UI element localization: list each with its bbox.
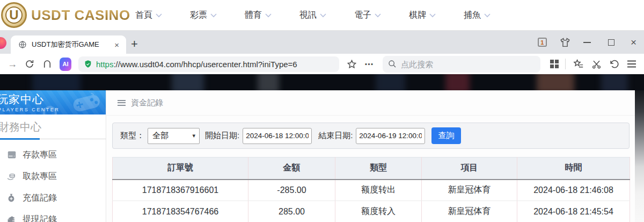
cell-amount: 285.00 — [248, 201, 335, 222]
cell-item: 新皇冠体育 — [422, 180, 517, 201]
nav-item-lottery[interactable]: 彩票 — [190, 10, 217, 21]
page-background-strip — [635, 90, 644, 222]
site-logo[interactable]: U USDT CASINO — [1, 2, 130, 28]
logo-letter: U — [5, 6, 23, 24]
section-underline — [0, 138, 106, 140]
maximize-icon[interactable] — [608, 39, 614, 46]
cell-time: 2024-06-18 21:46:08 — [517, 180, 630, 201]
refresh-icon[interactable] — [25, 59, 34, 69]
cell-item: 新皇冠体育 — [422, 201, 517, 222]
sidebar: 玩家中心 PLAYERS CENTER 財務中心 — [0, 90, 106, 222]
col-type: 類型 — [335, 157, 422, 180]
type-select[interactable]: 全部 ▾ — [148, 128, 200, 144]
home-icon[interactable] — [42, 59, 52, 69]
new-tab-icon[interactable]: + — [131, 37, 138, 52]
apps-grid-icon[interactable] — [550, 60, 559, 68]
browser-menu-icon[interactable] — [627, 60, 636, 68]
deposit-icon — [7, 151, 17, 159]
tab-close-icon[interactable]: × — [113, 40, 121, 49]
bookmark-star-icon[interactable] — [347, 59, 357, 69]
nav-item-slots[interactable]: 電子 — [354, 10, 381, 21]
chevron-down-icon — [265, 13, 272, 18]
security-shield-icon — [84, 60, 92, 68]
col-time: 時間 — [517, 157, 630, 180]
cell-order-number: 1718718367916601 — [113, 180, 248, 201]
start-date-input[interactable] — [243, 128, 312, 144]
window-close-icon[interactable]: × — [631, 37, 636, 47]
screenshot-scissors-icon[interactable] — [591, 59, 602, 69]
sidebar-item-withdraw[interactable]: 取款專區 — [0, 166, 106, 187]
screen: U USDT CASINO 首頁 彩票 體育 視訊 電子 — [0, 0, 644, 222]
url-text: https://www.usdt04.com/hhcp/usercenter.h… — [96, 60, 297, 69]
url-path: ://www.usdt04.com/hhcp/usercenter.html?i… — [113, 60, 297, 69]
chevron-down-icon: ▾ — [192, 132, 195, 139]
more-options-icon[interactable]: ⋯ — [364, 59, 373, 69]
query-button[interactable]: 查詢 — [431, 127, 461, 144]
cell-type: 额度转出 — [335, 180, 422, 201]
end-date-input[interactable] — [356, 128, 425, 144]
players-center-header: 玩家中心 PLAYERS CENTER — [0, 90, 106, 114]
address-url-field[interactable]: https://www.usdt04.com/hhcp/usercenter.h… — [78, 56, 339, 72]
nav-item-video[interactable]: 視訊 — [299, 10, 326, 21]
chevron-down-icon — [375, 13, 381, 18]
page-title: 資金記錄 — [131, 98, 163, 108]
sidebar-item-recharge-record[interactable]: 充值記錄 — [0, 187, 106, 209]
browser-tab-bar: USDT加密货币GAME × + 1 × — [0, 31, 644, 54]
nav-item-home[interactable]: 首頁 — [135, 10, 162, 21]
table-row: 1718718367916601 -285.00 额度转出 新皇冠体育 2024… — [113, 180, 630, 201]
nav-item-cards[interactable]: 棋牌 — [409, 10, 436, 21]
cell-type: 额度转入 — [335, 201, 422, 222]
table-row: 1718718354767466 285.00 额度转入 新皇冠体育 2024-… — [113, 201, 630, 222]
cell-time: 2024-06-18 21:45:54 — [517, 201, 630, 222]
usdt-logo-icon: U — [1, 2, 27, 28]
type-select-value: 全部 — [152, 131, 169, 141]
tab-count-badge[interactable]: 1 — [538, 38, 547, 47]
ai-assistant-button[interactable]: AI — [60, 58, 71, 71]
withdrawal-record-icon — [7, 216, 17, 222]
search-input[interactable] — [401, 60, 535, 69]
section-title: 財務中心 — [0, 120, 106, 134]
filter-panel: 類型： 全部 ▾ 開始日期: 結束日期: 查詢 — [112, 123, 630, 149]
cell-amount: -285.00 — [248, 180, 335, 201]
browser-address-bar: → AI https://www.usdt04.com/hhcp/usercen… — [0, 54, 644, 74]
chevron-down-icon — [156, 13, 162, 18]
col-order-number: 訂單號 — [113, 157, 248, 180]
sidebar-menu: 存款專區 取款專區 充值記錄 — [0, 144, 106, 222]
nav-item-fishing[interactable]: 捕魚 — [464, 10, 491, 21]
sidebar-item-withdrawal-record[interactable]: 提現記錄 — [0, 209, 106, 222]
end-date-label: 結束日期: — [318, 131, 353, 141]
minimize-icon[interactable] — [583, 42, 591, 43]
globe-icon — [18, 40, 27, 49]
skin-tshirt-icon[interactable] — [560, 38, 570, 47]
browser-tab[interactable]: USDT加密货币GAME × — [11, 35, 126, 54]
finance-section: 財務中心 — [0, 120, 106, 140]
browser-search-box[interactable] — [383, 56, 540, 73]
col-amount: 金額 — [248, 157, 335, 180]
withdraw-icon — [7, 173, 17, 181]
nav-item-sports[interactable]: 體育 — [245, 10, 272, 21]
browser-logo-icon[interactable] — [0, 37, 6, 49]
favorites-list-icon[interactable] — [573, 59, 584, 69]
main-nav: 首頁 彩票 體育 視訊 電子 棋牌 — [135, 0, 491, 31]
funds-record-table: 訂單號 金額 類型 項目 時間 1718718367916601 -285.00… — [112, 157, 630, 222]
table-header-row: 訂單號 金額 類型 項目 時間 — [113, 157, 630, 180]
sidebar-item-deposit[interactable]: 存款專區 — [0, 144, 106, 166]
toolbar-divider — [565, 59, 566, 69]
banner-streak — [376, 74, 405, 90]
forward-icon[interactable]: → — [8, 59, 17, 70]
type-label: 類型： — [120, 131, 144, 141]
cell-order-number: 1718718354767466 — [113, 201, 248, 222]
banner-streak — [258, 74, 279, 90]
banner-streak — [445, 74, 470, 90]
start-date-label: 開始日期: — [205, 131, 239, 141]
banner-backdrop — [0, 74, 644, 90]
banner-streak — [601, 74, 628, 90]
page-body: 玩家中心 PLAYERS CENTER 財務中心 — [0, 90, 644, 222]
url-scheme: https — [96, 60, 114, 69]
chevron-down-icon — [210, 13, 217, 18]
banner-streak — [537, 74, 574, 90]
banner-streak — [172, 74, 204, 90]
undo-history-icon[interactable] — [609, 59, 619, 69]
search-icon — [388, 60, 397, 68]
chevron-down-icon — [429, 13, 436, 18]
